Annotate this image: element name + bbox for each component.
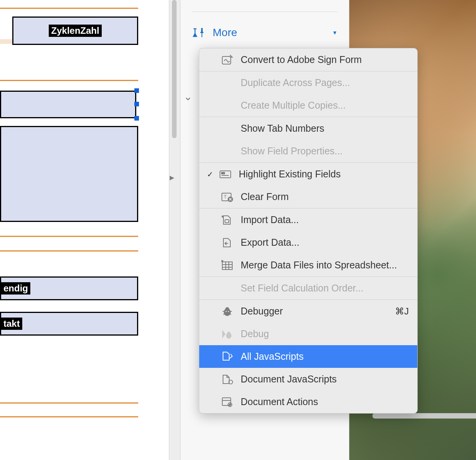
chevron-down-icon: ▼ [332,30,337,36]
divider-line [0,250,138,252]
menu-show-field-properties: Show Field Properties... [199,140,417,162]
field-label: takt [1,318,22,330]
menu-import-data[interactable]: Import Data... [199,208,417,231]
horizontal-scrollbar-thumb[interactable] [372,413,476,419]
menu-duplicate-across-pages: Duplicate Across Pages... [199,71,417,94]
document-js-icon [220,372,235,386]
menu-set-field-calculation-order: Set Field Calculation Order... [199,277,417,299]
menu-label: Show Field Properties... [241,146,342,157]
menu-label: Document JavaScripts [241,374,337,385]
svg-rect-2 [221,172,225,174]
form-field-selected[interactable] [0,91,136,118]
field-label: endig [1,282,30,295]
divider-line [0,236,138,237]
javascript-icon [220,350,235,363]
checkmark-icon: ✓ [206,170,214,179]
menu-label: Set Field Calculation Order... [241,283,364,294]
menu-label: All JavaScripts [241,351,304,362]
vertical-scrollbar-thumb[interactable] [172,0,177,138]
panel-expand-icon[interactable]: ▸ [170,172,174,183]
document-canvas[interactable]: ZyklenZahl endig takt [0,0,165,460]
divider-line [0,402,138,404]
menu-label: Create Multiple Copies... [241,100,346,111]
divider-line [0,80,138,81]
menu-convert-to-adobe-sign[interactable]: Convert to Adobe Sign Form [199,48,417,71]
more-label: More [213,26,237,39]
more-dropdown-menu: Convert to Adobe Sign Form Duplicate Acr… [199,48,418,414]
form-field-aendig[interactable]: endig [0,276,138,300]
menu-document-actions[interactable]: Document Actions [199,391,417,413]
form-field-large[interactable] [0,126,138,222]
form-field-ntakt[interactable]: takt [0,312,138,336]
menu-highlight-existing-fields[interactable]: ✓ Highlight Existing Fields [199,163,417,185]
menu-label: Debugger [241,306,283,317]
svg-point-24 [228,332,230,334]
divider-line [0,8,138,9]
svg-rect-10 [222,262,232,270]
menu-create-multiple-copies: Create Multiple Copies... [199,94,417,117]
form-field-zyklenzahl[interactable]: ZyklenZahl [12,17,138,45]
divider [192,12,337,12]
keyboard-shortcut: ⌘J [395,306,409,317]
export-icon [220,236,235,249]
debug-icon [220,327,235,341]
menu-label: Highlight Existing Fields [239,169,340,180]
menu-show-tab-numbers[interactable]: Show Tab Numbers [199,117,417,140]
menu-label: Convert to Adobe Sign Form [241,54,362,65]
divider-line [0,416,138,417]
more-dropdown-trigger[interactable]: More ▼ [192,20,337,46]
chevron-down-icon[interactable]: ⌄ [183,90,192,103]
menu-merge-data-files[interactable]: Merge Data Files into Spreadsheet... [199,254,417,276]
menu-all-javascripts[interactable]: All JavaScripts [199,345,417,368]
highlight-fields-icon [218,167,233,181]
svg-point-29 [229,404,231,405]
menu-clear-form[interactable]: T Clear Form [199,185,417,208]
bug-icon [220,304,235,318]
menu-label: Import Data... [241,214,299,225]
document-actions-icon [220,395,235,409]
selection-handle[interactable] [134,88,139,93]
menu-label: Merge Data Files into Spreadsheet... [241,260,397,271]
field-label: ZyklenZahl [49,25,101,37]
svg-text:T: T [224,194,227,200]
selection-handle[interactable] [134,116,139,121]
menu-label: Clear Form [241,191,289,202]
tools-icon [192,26,206,39]
menu-export-data[interactable]: Export Data... [199,231,417,254]
menu-document-javascripts[interactable]: Document JavaScripts [199,368,417,391]
spreadsheet-icon [220,258,235,272]
menu-label: Debug [241,328,269,339]
convert-sign-icon [220,53,235,66]
import-icon [220,213,235,227]
menu-debugger[interactable]: Debugger ⌘J [199,300,417,323]
selection-handle[interactable] [134,102,139,106]
svg-point-22 [228,311,229,312]
svg-point-21 [226,311,227,312]
menu-label: Show Tab Numbers [241,123,324,134]
menu-label: Duplicate Across Pages... [241,77,350,88]
clear-form-icon: T [220,190,235,204]
svg-rect-9 [225,220,229,223]
menu-debug: Debug [199,323,417,345]
menu-label: Document Actions [241,396,318,407]
svg-point-16 [226,308,229,311]
menu-label: Export Data... [241,237,299,248]
highlight-bar [0,39,12,44]
